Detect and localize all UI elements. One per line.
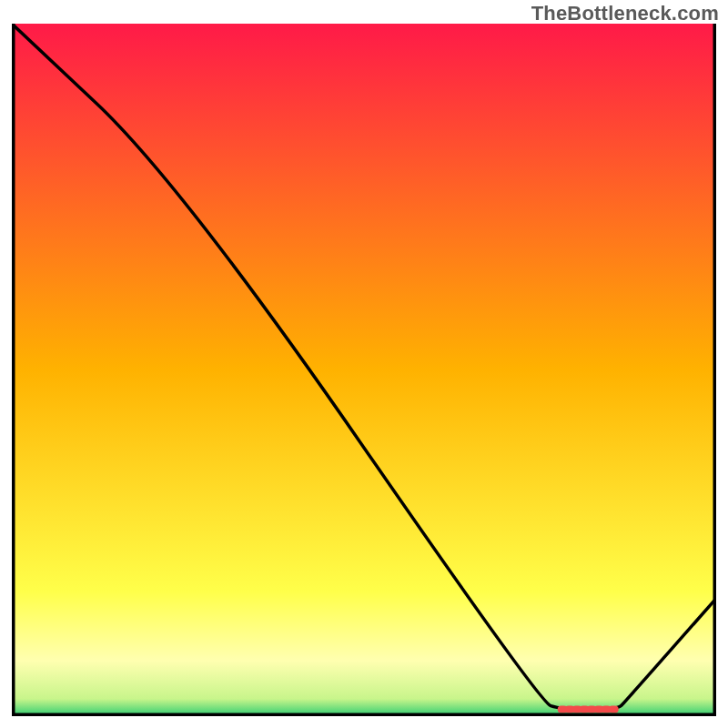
chart-stage: TheBottleneck.com (0, 0, 728, 728)
gradient-fill (12, 24, 716, 716)
chart-svg (12, 24, 716, 716)
plot-area (12, 24, 716, 716)
watermark-text: TheBottleneck.com (531, 2, 719, 25)
